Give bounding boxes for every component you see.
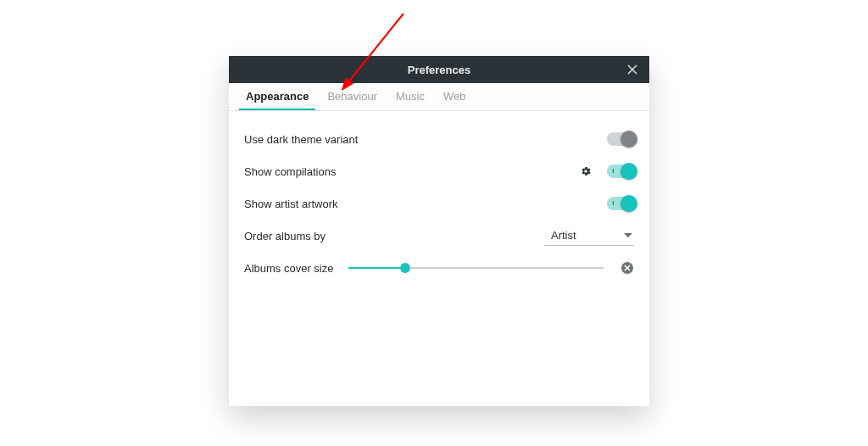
- slider-thumb: [400, 263, 410, 273]
- artist-art-label: Show artist artwork: [244, 198, 607, 210]
- row-compilations: Show compilations ı: [244, 155, 634, 187]
- artist-art-toggle[interactable]: ı: [607, 197, 634, 210]
- toggle-knob: [620, 195, 637, 212]
- compilations-label: Show compilations: [244, 165, 580, 178]
- compilations-toggle[interactable]: ı: [607, 164, 634, 178]
- row-cover-size: Albums cover size: [244, 252, 634, 284]
- titlebar: Preferences: [229, 56, 649, 83]
- reset-icon[interactable]: [620, 261, 634, 275]
- cover-size-control: [348, 261, 634, 275]
- slider-fill: [348, 267, 404, 269]
- window-title: Preferences: [408, 64, 470, 76]
- close-icon: [627, 64, 637, 75]
- toggle-knob: [620, 163, 637, 180]
- row-dark-theme: Use dark theme variant: [244, 123, 634, 155]
- tab-behaviour[interactable]: Behaviour: [320, 83, 384, 110]
- row-artist-artwork: Show artist artwork ı: [244, 187, 634, 220]
- order-by-label: Order albums by: [244, 230, 544, 243]
- cover-size-slider[interactable]: [348, 262, 604, 274]
- order-by-value: Artist: [551, 229, 576, 242]
- row-order-by: Order albums by Artist: [244, 220, 634, 252]
- preferences-dialog: Preferences Appearance Behaviour Music W…: [229, 56, 649, 406]
- cover-size-label: Albums cover size: [244, 262, 333, 275]
- tab-bar: Appearance Behaviour Music Web: [229, 83, 649, 111]
- gear-icon[interactable]: [580, 165, 592, 177]
- toggle-knob: [620, 131, 637, 148]
- dark-theme-label: Use dark theme variant: [244, 133, 607, 146]
- tab-appearance[interactable]: Appearance: [239, 83, 315, 110]
- toggle-on-mark: ı: [612, 166, 615, 175]
- chevron-down-icon: [624, 233, 632, 237]
- toggle-on-mark: ı: [612, 198, 615, 207]
- tab-music[interactable]: Music: [389, 83, 431, 110]
- dark-theme-toggle[interactable]: [607, 132, 634, 146]
- close-button[interactable]: [615, 56, 649, 83]
- tab-web[interactable]: Web: [437, 83, 473, 110]
- preferences-body: Use dark theme variant Show compilations…: [229, 111, 649, 284]
- order-by-dropdown[interactable]: Artist: [544, 226, 634, 246]
